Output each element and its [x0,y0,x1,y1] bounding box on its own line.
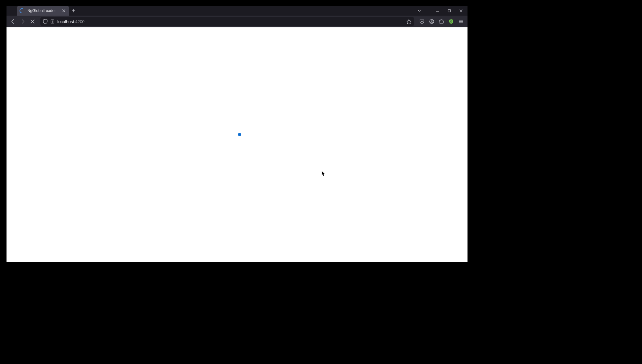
svg-point-3 [431,20,432,21]
url-port: :4200 [74,19,85,24]
stop-loading-button[interactable] [28,17,37,26]
forward-button[interactable] [18,17,27,26]
save-to-pocket-button[interactable] [417,17,426,26]
window-maximize-button[interactable] [445,6,454,15]
app-menu-button[interactable] [456,17,466,26]
url-host: localhost [57,19,74,24]
address-bar[interactable]: localhost:4200 [40,17,414,26]
new-tab-button[interactable] [69,6,78,16]
svg-rect-5 [451,21,452,22]
tab-title: NgGlobalLoader [27,8,59,13]
list-all-tabs-button[interactable] [415,6,424,15]
site-information-icon[interactable] [50,19,55,24]
tracking-protection-icon[interactable] [43,19,48,24]
browser-window: NgGlobalLoader [7,6,468,262]
tab-strip: NgGlobalLoader [7,6,468,16]
url-text: localhost:4200 [57,19,85,24]
window-close-button[interactable] [456,6,466,15]
extensions-button[interactable] [437,17,446,26]
ublock-icon[interactable] [447,17,456,26]
account-button[interactable] [427,17,436,26]
loading-spinner-icon [238,133,241,136]
close-tab-button[interactable] [61,8,66,13]
navigation-toolbar: localhost:4200 [7,16,468,27]
page-content [7,27,468,262]
window-minimize-button[interactable] [433,6,442,15]
tabstrip-right-controls [415,6,466,16]
svg-rect-0 [448,10,451,12]
bookmark-icon[interactable] [406,19,412,24]
loading-favicon-icon [20,8,25,13]
browser-tab[interactable]: NgGlobalLoader [17,6,69,16]
back-button[interactable] [8,17,18,26]
